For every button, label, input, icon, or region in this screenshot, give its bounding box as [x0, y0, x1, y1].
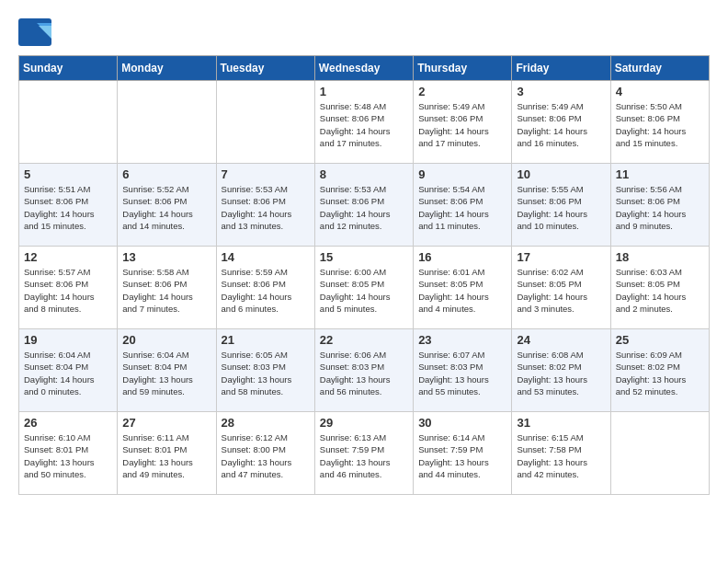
day-number: 10	[517, 167, 605, 181]
day-info: Sunrise: 6:04 AM Sunset: 8:04 PM Dayligh…	[122, 349, 210, 397]
calendar-cell: 17Sunrise: 6:02 AM Sunset: 8:05 PM Dayli…	[512, 247, 610, 329]
day-number: 2	[418, 85, 506, 98]
weekday-header-tuesday: Tuesday	[216, 56, 314, 81]
calendar-cell: 26Sunrise: 6:10 AM Sunset: 8:01 PM Dayli…	[19, 412, 118, 495]
day-info: Sunrise: 5:57 AM Sunset: 8:06 PM Dayligh…	[24, 266, 112, 315]
calendar-cell: 10Sunrise: 5:55 AM Sunset: 8:06 PM Dayli…	[512, 164, 610, 247]
day-number: 6	[122, 167, 210, 181]
calendar-cell: 3Sunrise: 5:49 AM Sunset: 8:06 PM Daylig…	[512, 81, 610, 164]
day-number: 28	[222, 416, 310, 430]
weekday-header-friday: Friday	[512, 56, 610, 81]
day-info: Sunrise: 6:10 AM Sunset: 8:01 PM Dayligh…	[24, 431, 112, 480]
day-info: Sunrise: 5:55 AM Sunset: 8:06 PM Dayligh…	[517, 183, 605, 232]
calendar-table: SundayMondayTuesdayWednesdayThursdayFrid…	[18, 55, 710, 495]
calendar-cell: 14Sunrise: 5:59 AM Sunset: 8:06 PM Dayli…	[216, 247, 314, 329]
calendar-week-1: 1Sunrise: 5:48 AM Sunset: 8:06 PM Daylig…	[19, 81, 710, 164]
day-info: Sunrise: 6:03 AM Sunset: 8:05 PM Dayligh…	[616, 266, 704, 315]
day-number: 26	[24, 416, 112, 430]
day-number: 13	[122, 250, 210, 264]
day-number: 17	[517, 250, 605, 264]
day-info: Sunrise: 5:59 AM Sunset: 8:06 PM Dayligh…	[222, 266, 310, 315]
calendar-cell: 31Sunrise: 6:15 AM Sunset: 7:58 PM Dayli…	[512, 412, 610, 495]
calendar-cell: 7Sunrise: 5:53 AM Sunset: 8:06 PM Daylig…	[216, 164, 314, 247]
day-info: Sunrise: 5:49 AM Sunset: 8:06 PM Dayligh…	[517, 100, 605, 149]
calendar-week-4: 19Sunrise: 6:04 AM Sunset: 8:04 PM Dayli…	[19, 329, 710, 412]
day-info: Sunrise: 5:54 AM Sunset: 8:06 PM Dayligh…	[418, 183, 506, 232]
weekday-header-wednesday: Wednesday	[314, 56, 413, 81]
day-number: 5	[24, 167, 112, 181]
day-info: Sunrise: 6:12 AM Sunset: 8:00 PM Dayligh…	[222, 431, 310, 480]
day-number: 8	[320, 167, 408, 181]
calendar-week-2: 5Sunrise: 5:51 AM Sunset: 8:06 PM Daylig…	[19, 164, 710, 247]
day-info: Sunrise: 6:07 AM Sunset: 8:03 PM Dayligh…	[418, 349, 506, 397]
day-number: 12	[24, 250, 112, 264]
day-info: Sunrise: 6:05 AM Sunset: 8:03 PM Dayligh…	[222, 349, 310, 397]
calendar-cell: 8Sunrise: 5:53 AM Sunset: 8:06 PM Daylig…	[314, 164, 413, 247]
calendar-week-5: 26Sunrise: 6:10 AM Sunset: 8:01 PM Dayli…	[19, 412, 710, 495]
weekday-header-monday: Monday	[118, 56, 216, 81]
day-number: 19	[24, 333, 112, 347]
day-info: Sunrise: 5:52 AM Sunset: 8:06 PM Dayligh…	[122, 183, 210, 232]
day-number: 4	[616, 85, 704, 98]
day-info: Sunrise: 6:08 AM Sunset: 8:02 PM Dayligh…	[517, 349, 605, 397]
day-number: 18	[616, 250, 704, 264]
day-info: Sunrise: 6:04 AM Sunset: 8:04 PM Dayligh…	[24, 349, 112, 397]
day-info: Sunrise: 5:53 AM Sunset: 8:06 PM Dayligh…	[320, 183, 408, 232]
weekday-header-sunday: Sunday	[19, 56, 118, 81]
day-number: 11	[616, 167, 704, 181]
day-number: 15	[320, 250, 408, 264]
weekday-header-saturday: Saturday	[610, 56, 709, 81]
calendar-cell: 23Sunrise: 6:07 AM Sunset: 8:03 PM Dayli…	[414, 329, 512, 412]
calendar-cell: 15Sunrise: 6:00 AM Sunset: 8:05 PM Dayli…	[314, 247, 413, 329]
day-number: 31	[517, 416, 605, 430]
calendar-cell	[19, 81, 118, 164]
day-number: 23	[418, 333, 506, 347]
calendar-cell: 24Sunrise: 6:08 AM Sunset: 8:02 PM Dayli…	[512, 329, 610, 412]
calendar-cell: 18Sunrise: 6:03 AM Sunset: 8:05 PM Dayli…	[610, 247, 709, 329]
day-info: Sunrise: 6:06 AM Sunset: 8:03 PM Dayligh…	[320, 349, 408, 397]
weekday-header-row: SundayMondayTuesdayWednesdayThursdayFrid…	[19, 56, 710, 81]
calendar-cell: 11Sunrise: 5:56 AM Sunset: 8:06 PM Dayli…	[610, 164, 709, 247]
day-info: Sunrise: 5:50 AM Sunset: 8:06 PM Dayligh…	[616, 100, 704, 149]
day-info: Sunrise: 6:11 AM Sunset: 8:01 PM Dayligh…	[122, 431, 210, 480]
calendar-cell	[216, 81, 314, 164]
calendar-cell: 19Sunrise: 6:04 AM Sunset: 8:04 PM Dayli…	[19, 329, 118, 412]
calendar-cell	[610, 412, 709, 495]
header	[18, 18, 710, 46]
calendar-cell: 22Sunrise: 6:06 AM Sunset: 8:03 PM Dayli…	[314, 329, 413, 412]
calendar-cell: 21Sunrise: 6:05 AM Sunset: 8:03 PM Dayli…	[216, 329, 314, 412]
day-info: Sunrise: 5:51 AM Sunset: 8:06 PM Dayligh…	[24, 183, 112, 232]
day-info: Sunrise: 5:56 AM Sunset: 8:06 PM Dayligh…	[616, 183, 704, 232]
day-number: 1	[320, 85, 408, 98]
day-number: 20	[122, 333, 210, 347]
calendar-cell: 6Sunrise: 5:52 AM Sunset: 8:06 PM Daylig…	[118, 164, 216, 247]
day-info: Sunrise: 5:48 AM Sunset: 8:06 PM Dayligh…	[320, 100, 408, 149]
calendar-cell: 12Sunrise: 5:57 AM Sunset: 8:06 PM Dayli…	[19, 247, 118, 329]
calendar-cell: 13Sunrise: 5:58 AM Sunset: 8:06 PM Dayli…	[118, 247, 216, 329]
day-number: 27	[122, 416, 210, 430]
calendar-cell: 28Sunrise: 6:12 AM Sunset: 8:00 PM Dayli…	[216, 412, 314, 495]
calendar-cell: 29Sunrise: 6:13 AM Sunset: 7:59 PM Dayli…	[314, 412, 413, 495]
day-number: 25	[616, 333, 704, 347]
calendar-cell: 16Sunrise: 6:01 AM Sunset: 8:05 PM Dayli…	[414, 247, 512, 329]
day-info: Sunrise: 5:49 AM Sunset: 8:06 PM Dayligh…	[418, 100, 506, 149]
day-info: Sunrise: 5:53 AM Sunset: 8:06 PM Dayligh…	[222, 183, 310, 232]
calendar-cell: 5Sunrise: 5:51 AM Sunset: 8:06 PM Daylig…	[19, 164, 118, 247]
day-number: 9	[418, 167, 506, 181]
day-number: 16	[418, 250, 506, 264]
calendar-week-3: 12Sunrise: 5:57 AM Sunset: 8:06 PM Dayli…	[19, 247, 710, 329]
calendar-cell: 30Sunrise: 6:14 AM Sunset: 7:59 PM Dayli…	[414, 412, 512, 495]
day-number: 22	[320, 333, 408, 347]
day-info: Sunrise: 5:58 AM Sunset: 8:06 PM Dayligh…	[122, 266, 210, 315]
calendar-cell: 2Sunrise: 5:49 AM Sunset: 8:06 PM Daylig…	[414, 81, 512, 164]
day-number: 21	[222, 333, 310, 347]
day-number: 14	[222, 250, 310, 264]
day-info: Sunrise: 6:00 AM Sunset: 8:05 PM Dayligh…	[320, 266, 408, 315]
day-number: 7	[222, 167, 310, 181]
day-info: Sunrise: 6:02 AM Sunset: 8:05 PM Dayligh…	[517, 266, 605, 315]
day-number: 24	[517, 333, 605, 347]
day-info: Sunrise: 6:09 AM Sunset: 8:02 PM Dayligh…	[616, 349, 704, 397]
day-number: 30	[418, 416, 506, 430]
calendar-cell: 9Sunrise: 5:54 AM Sunset: 8:06 PM Daylig…	[414, 164, 512, 247]
calendar-cell: 27Sunrise: 6:11 AM Sunset: 8:01 PM Dayli…	[118, 412, 216, 495]
